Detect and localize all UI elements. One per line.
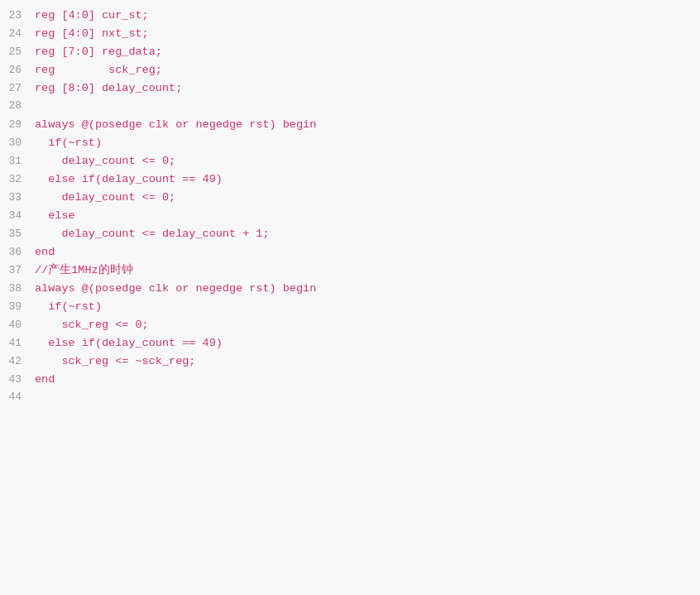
line-number: 23 (0, 7, 35, 25)
code-line: 35 delay_count <= delay_count + 1; (0, 225, 700, 243)
line-content: if(~rst) (35, 298, 102, 316)
code-line: 28 (0, 98, 700, 116)
line-content: else if(delay_count == 49) (35, 170, 223, 189)
code-line: 36end (0, 243, 700, 262)
line-content: reg [4:0] nxt_st; (35, 25, 149, 43)
line-content: delay_count <= 0; (35, 189, 175, 207)
code-line: 24reg [4:0] nxt_st; (0, 25, 700, 43)
line-content: sck_reg <= ~sck_reg; (35, 353, 195, 371)
line-content: reg [4:0] cur_st; (35, 7, 149, 25)
line-number: 35 (0, 226, 35, 243)
line-number: 38 (0, 281, 35, 298)
code-line: 31 delay_count <= 0; (0, 152, 700, 170)
line-number: 33 (0, 190, 35, 207)
line-number: 29 (0, 117, 35, 134)
code-line: 25reg [7:0] reg_data; (0, 43, 700, 61)
line-content: else (35, 207, 75, 225)
line-number: 26 (0, 62, 35, 79)
code-line: 33 delay_count <= 0; (0, 189, 700, 207)
code-line: 38always @(posedge clk or negedge rst) b… (0, 280, 700, 298)
line-number: 37 (0, 262, 35, 280)
line-number: 39 (0, 299, 35, 316)
line-content: //产生1MHz的时钟 (35, 262, 133, 280)
line-number: 25 (0, 44, 35, 61)
code-line: 26reg sck_reg; (0, 61, 700, 79)
code-line: 41 else if(delay_count == 49) (0, 334, 700, 353)
code-line: 39 if(~rst) (0, 298, 700, 316)
code-line: 30 if(~rst) (0, 134, 700, 152)
code-line: 27reg [8:0] delay_count; (0, 79, 700, 98)
line-content: end (35, 371, 55, 389)
line-content: reg [7:0] reg_data; (35, 43, 162, 61)
line-number: 43 (0, 372, 35, 389)
code-line: 40 sck_reg <= 0; (0, 316, 700, 334)
line-number: 27 (0, 80, 35, 98)
code-line: 43end (0, 371, 700, 389)
code-line: 44 (0, 389, 700, 407)
code-line: 34 else (0, 207, 700, 225)
line-number: 32 (0, 171, 35, 189)
line-number: 30 (0, 135, 35, 152)
line-number: 31 (0, 153, 35, 170)
line-number: 42 (0, 353, 35, 371)
line-number: 41 (0, 335, 35, 353)
code-line: 32 else if(delay_count == 49) (0, 170, 700, 189)
line-number: 40 (0, 317, 35, 334)
code-line: 23reg [4:0] cur_st; (0, 7, 700, 25)
code-line: 37//产生1MHz的时钟 (0, 262, 700, 280)
line-number: 24 (0, 26, 35, 43)
code-line: 29always @(posedge clk or negedge rst) b… (0, 116, 700, 134)
line-content: sck_reg <= 0; (35, 316, 149, 334)
line-content: if(~rst) (35, 134, 102, 152)
line-content: always @(posedge clk or negedge rst) beg… (35, 116, 316, 134)
code-editor: 23reg [4:0] cur_st;24reg [4:0] nxt_st;25… (0, 0, 700, 595)
line-content: end (35, 243, 55, 262)
line-number: 34 (0, 208, 35, 225)
line-content: delay_count <= 0; (35, 152, 175, 170)
line-content: delay_count <= delay_count + 1; (35, 225, 270, 243)
line-number: 44 (0, 389, 35, 406)
line-content: reg sck_reg; (35, 61, 162, 79)
line-content: else if(delay_count == 49) (35, 334, 223, 353)
code-line: 42 sck_reg <= ~sck_reg; (0, 353, 700, 371)
line-number: 28 (0, 98, 35, 115)
line-content: always @(posedge clk or negedge rst) beg… (35, 280, 316, 298)
line-content: reg [8:0] delay_count; (35, 79, 182, 98)
line-number: 36 (0, 244, 35, 262)
